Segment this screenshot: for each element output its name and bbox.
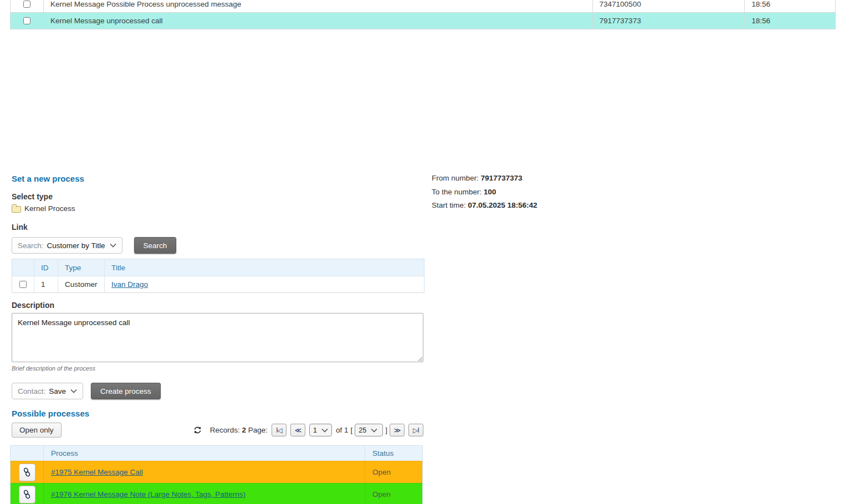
- next-page-button[interactable]: ≫: [390, 424, 405, 436]
- records-count: 2: [242, 426, 246, 434]
- chevron-down-icon: [321, 428, 328, 433]
- description-textarea[interactable]: Kernel Message unprocessed call: [12, 313, 423, 362]
- records-label: Records: 2 Page:: [210, 426, 268, 434]
- start-time-line: Start time: 07.05.2025 18:56:42: [432, 201, 538, 215]
- call-number: 7347100500: [593, 0, 745, 12]
- contact-select-value: Save: [49, 387, 66, 395]
- process-row: #1975 Kernel Message Call Open: [11, 461, 422, 483]
- process-row: #1976 Kernel Message Note (Large Notes, …: [11, 483, 422, 504]
- link-label: Link: [12, 223, 28, 232]
- call-number: 7917737373: [593, 13, 745, 29]
- of-pages-label: of 1: [336, 426, 349, 434]
- call-time: 18:56: [745, 13, 835, 29]
- row-checkbox[interactable]: [23, 1, 30, 8]
- status-badge: Open: [372, 490, 391, 498]
- customer-link[interactable]: Ivan Drago: [111, 280, 148, 289]
- description-label: Description: [12, 301, 54, 310]
- chevron-down-icon: [70, 389, 77, 393]
- search-select-prefix: Search:: [18, 241, 44, 250]
- search-button[interactable]: Search: [134, 237, 177, 254]
- contact-action-select[interactable]: Contact: Save: [12, 383, 83, 399]
- refresh-icon[interactable]: [193, 426, 202, 434]
- possible-processes-table: Process Status #1975 Kernel Message Call…: [10, 445, 423, 504]
- select-type-label: Select type: [12, 192, 53, 201]
- chevron-down-icon: [110, 243, 116, 248]
- row-checkbox[interactable]: [19, 281, 27, 288]
- page-size-select[interactable]: 25: [355, 424, 383, 436]
- row-checkbox[interactable]: [23, 17, 30, 24]
- link-process-button[interactable]: [19, 464, 35, 481]
- open-only-button[interactable]: Open only: [12, 423, 62, 438]
- page-select[interactable]: 1: [309, 424, 332, 436]
- process-link[interactable]: #1975 Kernel Message Call: [51, 468, 143, 476]
- bracket-close: ]: [385, 426, 387, 434]
- last-page-button[interactable]: ▷I: [408, 424, 423, 436]
- process-link[interactable]: #1976 Kernel Message Note (Large Notes, …: [51, 490, 245, 498]
- process-type-label: Kernel Process: [24, 204, 75, 213]
- status-badge: Open: [372, 468, 391, 476]
- call-title: Kernel Message unprocessed call: [44, 13, 593, 29]
- create-process-button[interactable]: Create process: [91, 383, 161, 399]
- header-title: Title: [105, 259, 424, 276]
- table-row: 1 Customer Ivan Drago: [12, 276, 424, 292]
- header-status: Status: [365, 446, 422, 461]
- header-empty: [12, 259, 34, 276]
- header-empty: [11, 446, 44, 461]
- from-number-value: 7917737373: [481, 174, 523, 182]
- table-row-selected[interactable]: Kernel Message unprocessed call 79177373…: [11, 13, 835, 29]
- contact-select-prefix: Contact:: [18, 387, 45, 395]
- chevron-down-icon: [371, 428, 377, 433]
- to-number-line: To the number: 100: [432, 188, 538, 202]
- first-page-button[interactable]: I◁: [272, 424, 287, 436]
- search-select-value: Customer by Title: [47, 241, 105, 250]
- call-details: From number: 7917737373 To the number: 1…: [432, 174, 538, 215]
- prev-page-button[interactable]: ≪: [290, 424, 305, 436]
- search-type-select[interactable]: Search: Customer by Title: [12, 237, 122, 254]
- cell-id: 1: [34, 276, 58, 292]
- start-time-value: 07.05.2025 18:56:42: [468, 201, 537, 209]
- description-hint: Brief description of the process: [12, 365, 95, 372]
- link-results-table: ID Type Title 1 Customer Ivan Drago: [12, 259, 424, 293]
- possible-processes-title: Possible processes: [12, 409, 89, 418]
- call-time: 18:56: [745, 0, 835, 12]
- link-process-button[interactable]: [19, 486, 35, 503]
- header-id: ID: [34, 259, 58, 276]
- pagination: Records: 2 Page: I◁ ≪ 1 of 1 [ 25 ] ≫ ▷I: [193, 424, 423, 436]
- page-size-value: 25: [359, 426, 366, 434]
- header-process: Process: [44, 446, 365, 461]
- cell-type: Customer: [58, 276, 105, 292]
- from-number-line: From number: 7917737373: [432, 174, 538, 188]
- to-number-value: 100: [484, 188, 497, 196]
- process-type-item[interactable]: Kernel Process: [12, 204, 75, 213]
- folder-icon: [12, 206, 21, 213]
- bracket-open: [: [350, 426, 352, 434]
- header-type: Type: [58, 259, 105, 276]
- page-title: Set a new process: [12, 174, 84, 183]
- page-select-value: 1: [313, 426, 317, 434]
- chain-link-icon: [23, 490, 30, 499]
- call-title: Kernel Message Possible Process unproces…: [44, 0, 593, 12]
- table-row[interactable]: Kernel Message Possible Process unproces…: [11, 0, 835, 13]
- chain-link-icon: [23, 467, 30, 477]
- unprocessed-calls-table: Kernel Message Possible Process unproces…: [10, 0, 836, 29]
